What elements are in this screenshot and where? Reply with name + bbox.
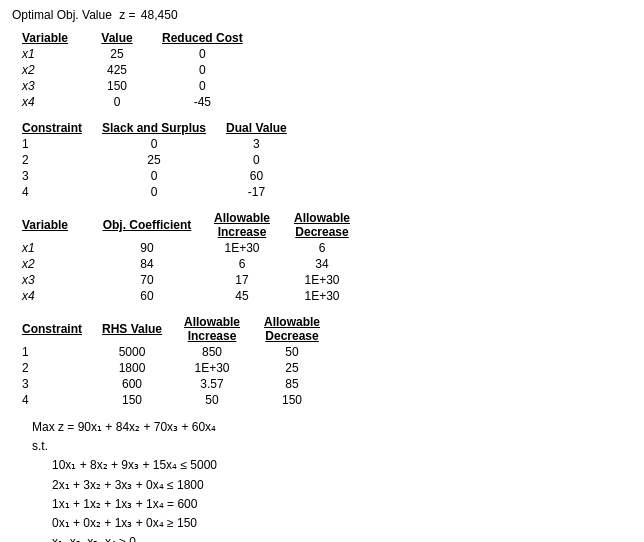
sv-var: x4 [12, 288, 92, 304]
constraint-formula: 2x₁ + 3x₂ + 3x₃ + 0x₄ ≤ 1800 [52, 476, 632, 495]
sensitivity-constraint-row: 1 5000 850 50 [12, 344, 332, 360]
var-reduced-cost: 0 [152, 62, 253, 78]
constraint-header: Constraint [12, 120, 92, 136]
constraint-slack: 0 [92, 136, 216, 152]
sv-increase: 1E+30 [202, 240, 282, 256]
sensitivity-constraint-row: 2 1800 1E+30 25 [12, 360, 332, 376]
sc-rhs: 5000 [92, 344, 172, 360]
sc-decrease-label2: Decrease [262, 329, 322, 343]
formula-section: Max z = 90x₁ + 84x₂ + 70x₃ + 60x₄ s.t. 1… [12, 418, 632, 542]
var-name: x1 [12, 46, 82, 62]
sv-increase-label2: Increase [212, 225, 272, 239]
constraint-num: 2 [12, 152, 92, 168]
var-header: Variable [12, 30, 82, 46]
var-name: x2 [12, 62, 82, 78]
var-reduced-cost: -45 [152, 94, 253, 110]
constraint-dual: -17 [216, 184, 297, 200]
sv-var: x2 [12, 256, 92, 272]
var-value: 150 [82, 78, 152, 94]
sv-coeff-header: Obj. Coefficient [92, 210, 202, 240]
sv-increase-label: Allowable [212, 211, 272, 225]
sensitivity-var-table: Variable Obj. Coefficient Allowable Incr… [12, 210, 362, 304]
constraint-row: 4 0 -17 [12, 184, 297, 200]
sc-constraint-header: Constraint [12, 314, 92, 344]
sv-decrease: 34 [282, 256, 362, 272]
sv-decrease: 6 [282, 240, 362, 256]
constraints-table: Constraint Slack and Surplus Dual Value … [12, 120, 297, 200]
sensitivity-constraint-row: 4 150 50 150 [12, 392, 332, 408]
reduced-cost-header: Reduced Cost [152, 30, 253, 46]
constraint-row: 2 25 0 [12, 152, 297, 168]
slack-header: Slack and Surplus [92, 120, 216, 136]
constraint-formula: 0x₁ + 0x₂ + 1x₃ + 0x₄ ≥ 150 [52, 514, 632, 533]
sc-increase-header: Allowable Increase [172, 314, 252, 344]
value-header: Value [82, 30, 152, 46]
sensitivity-var-row: x3 70 17 1E+30 [12, 272, 362, 288]
sensitivity-var-row: x2 84 6 34 [12, 256, 362, 272]
sc-constraint: 4 [12, 392, 92, 408]
optimal-label: Optimal Obj. Value [12, 8, 112, 22]
sensitivity-constraint-table: Constraint RHS Value Allowable Increase … [12, 314, 332, 408]
sv-var: x1 [12, 240, 92, 256]
sc-decrease-label: Allowable [262, 315, 322, 329]
var-reduced-cost: 0 [152, 46, 253, 62]
constraint-formula: x₁, x₂, x₃, x₄ ≥ 0 [52, 533, 632, 542]
sv-coeff: 60 [92, 288, 202, 304]
sc-rhs: 600 [92, 376, 172, 392]
sc-increase: 3.57 [172, 376, 252, 392]
z-value: 48,450 [141, 8, 178, 22]
sc-rhs-header: RHS Value [92, 314, 172, 344]
variable-row: x4 0 -45 [12, 94, 253, 110]
sv-increase: 45 [202, 288, 282, 304]
sc-increase: 50 [172, 392, 252, 408]
sc-rhs: 1800 [92, 360, 172, 376]
sc-decrease: 50 [252, 344, 332, 360]
constraint-slack: 0 [92, 184, 216, 200]
sc-decrease-header: Allowable Decrease [252, 314, 332, 344]
sensitivity-var-row: x1 90 1E+30 6 [12, 240, 362, 256]
st-label: s.t. [32, 437, 632, 456]
objective-formula: Max z = 90x₁ + 84x₂ + 70x₃ + 60x₄ [32, 418, 632, 437]
sc-constraint: 1 [12, 344, 92, 360]
sv-increase: 17 [202, 272, 282, 288]
variables-table: Variable Value Reduced Cost x1 25 0x2 42… [12, 30, 253, 110]
sv-var: x3 [12, 272, 92, 288]
sv-decrease-label2: Decrease [292, 225, 352, 239]
var-value: 25 [82, 46, 152, 62]
sc-constraint: 3 [12, 376, 92, 392]
constraint-dual: 0 [216, 152, 297, 168]
sc-decrease: 25 [252, 360, 332, 376]
constraint-num: 4 [12, 184, 92, 200]
sc-decrease: 150 [252, 392, 332, 408]
var-name: x3 [12, 78, 82, 94]
sv-decrease-label: Allowable [292, 211, 352, 225]
constraint-num: 3 [12, 168, 92, 184]
constraint-slack: 25 [92, 152, 216, 168]
sv-increase-header: Allowable Increase [202, 210, 282, 240]
dual-header: Dual Value [216, 120, 297, 136]
constraint-dual: 3 [216, 136, 297, 152]
sv-increase: 6 [202, 256, 282, 272]
sensitivity-constraint-row: 3 600 3.57 85 [12, 376, 332, 392]
var-value: 425 [82, 62, 152, 78]
sc-increase: 1E+30 [172, 360, 252, 376]
optimal-obj-header: Optimal Obj. Value z = 48,450 [12, 8, 632, 22]
sv-coeff: 84 [92, 256, 202, 272]
sensitivity-var-row: x4 60 45 1E+30 [12, 288, 362, 304]
sv-var-header: Variable [12, 210, 92, 240]
constraint-num: 1 [12, 136, 92, 152]
z-label: z = [119, 8, 135, 22]
sc-increase-label: Allowable [182, 315, 242, 329]
sv-decrease: 1E+30 [282, 288, 362, 304]
sc-rhs: 150 [92, 392, 172, 408]
constraint-row: 1 0 3 [12, 136, 297, 152]
sc-decrease: 85 [252, 376, 332, 392]
var-name: x4 [12, 94, 82, 110]
sc-increase: 850 [172, 344, 252, 360]
variable-row: x1 25 0 [12, 46, 253, 62]
constraint-row: 3 0 60 [12, 168, 297, 184]
constraint-formula: 10x₁ + 8x₂ + 9x₃ + 15x₄ ≤ 5000 [52, 456, 632, 475]
variable-row: x2 425 0 [12, 62, 253, 78]
sv-decrease-header: Allowable Decrease [282, 210, 362, 240]
variable-row: x3 150 0 [12, 78, 253, 94]
